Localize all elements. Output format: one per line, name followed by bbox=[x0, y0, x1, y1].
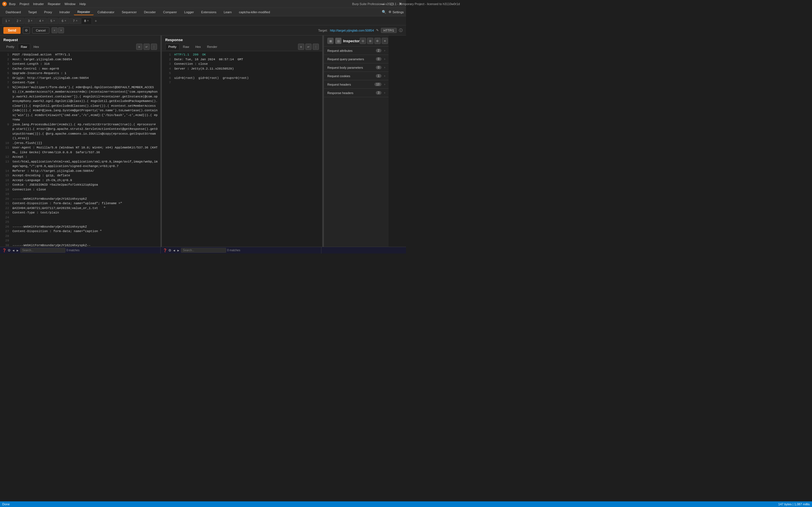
tab-close-7[interactable]: × bbox=[76, 19, 78, 22]
inspector-section-5: Response headers3› bbox=[324, 89, 389, 97]
menu-tab-target[interactable]: Target bbox=[25, 9, 40, 15]
http-version-badge[interactable]: HTTP/1 bbox=[381, 28, 397, 33]
tab-close-6[interactable]: × bbox=[64, 19, 66, 22]
inspector-section-count-5: 3 bbox=[376, 91, 382, 95]
titlebar-menu: BurpProjectIntruderRepeaterWindowHelp bbox=[9, 2, 86, 6]
tab-close-3[interactable]: × bbox=[31, 19, 33, 22]
response-settings-icon[interactable]: ⚙ bbox=[168, 248, 171, 252]
repeater-tab-4[interactable]: 4 × bbox=[36, 18, 47, 24]
response-format-icon[interactable]: ≡ bbox=[298, 44, 304, 50]
request-panel: Request PrettyRawHex ≡ ↵ ⋮ 1POST /doUplo… bbox=[0, 36, 161, 247]
menu-tab-decoder[interactable]: Decoder bbox=[141, 9, 159, 15]
inspector-close-icon[interactable]: ✕ bbox=[382, 38, 388, 44]
inspector-view-icon-1[interactable]: ▦ bbox=[327, 38, 334, 44]
titlebar-menu-burp[interactable]: Burp bbox=[9, 2, 15, 6]
request-format-icon[interactable]: ≡ bbox=[136, 44, 142, 50]
line-content: ------WebKitFormBoundaryQeJY162zAhxyspkZ bbox=[12, 196, 87, 202]
response-help-icon[interactable]: ❓ bbox=[163, 248, 167, 252]
inspector-section-header-1[interactable]: Request query parameters0› bbox=[324, 55, 389, 63]
response-subtab-hex[interactable]: Hex bbox=[193, 44, 204, 50]
request-line: 16Accept-Language : zh-CN,zh;q=0.9 bbox=[0, 178, 160, 183]
inspector-expand-icon[interactable]: ⊞ bbox=[367, 38, 373, 44]
response-search-input[interactable] bbox=[181, 248, 226, 252]
inspector-panel: ▦ ▤ Inspector ⊟ ⊞ ⚙ ✕ Request attributes… bbox=[324, 36, 389, 247]
line-number: 25 bbox=[2, 220, 9, 224]
search-icon[interactable]: 🔍 bbox=[382, 10, 386, 14]
titlebar-menu-window[interactable]: Window bbox=[64, 2, 75, 6]
request-settings-icon[interactable]: ⚙ bbox=[8, 248, 11, 252]
inspector-section-header-2[interactable]: Request body parameters0› bbox=[324, 63, 389, 71]
titlebar-menu-help[interactable]: Help bbox=[80, 2, 86, 6]
request-line: 6Origin: http://target.yijinglab.com:508… bbox=[0, 76, 160, 80]
request-wrap-icon[interactable]: ↵ bbox=[144, 44, 150, 50]
repeater-tab-1[interactable]: 1 × bbox=[2, 18, 13, 24]
tab-close-1[interactable]: × bbox=[8, 19, 10, 22]
menu-tab-proxy[interactable]: Proxy bbox=[41, 9, 55, 15]
inspector-section-header-5[interactable]: Response headers3› bbox=[324, 89, 389, 97]
tab-close-5[interactable]: × bbox=[53, 19, 55, 22]
request-line: 7Content-Type : bbox=[0, 80, 160, 85]
cancel-button[interactable]: Cancel bbox=[32, 27, 49, 34]
response-panel: Response PrettyRawHexRender ≡ ↵ ⋮ 1HTTP/… bbox=[162, 36, 322, 247]
repeater-tab-2[interactable]: 2 × bbox=[13, 18, 24, 24]
menu-tab-extensions[interactable]: Extensions bbox=[198, 9, 220, 15]
menu-tab-sequencer[interactable]: Sequencer bbox=[118, 9, 140, 15]
menu-tab-comparer[interactable]: Comparer bbox=[160, 9, 180, 15]
repeater-tab-7[interactable]: 7 × bbox=[70, 18, 81, 24]
add-tab-button[interactable]: + bbox=[93, 17, 99, 24]
nav-forward-button[interactable]: › bbox=[58, 27, 64, 33]
inspector-section-header-0[interactable]: Request attributes2› bbox=[324, 47, 389, 55]
menu-tab-captcha-killer-modified[interactable]: captcha-killer-modified bbox=[236, 9, 273, 15]
line-content: Host: target.yijinglab.com:50854 bbox=[12, 57, 72, 62]
request-nav-back-icon[interactable]: ◄ bbox=[12, 249, 15, 252]
response-wrap-icon[interactable]: ↵ bbox=[305, 44, 312, 50]
menu-tab-repeater[interactable]: Repeater bbox=[74, 9, 93, 15]
repeater-tab-6[interactable]: 6 × bbox=[59, 18, 69, 24]
request-bottom-bar: ❓ ⚙ ◄ ► 0 matches bbox=[0, 247, 161, 253]
inspector-section-header-4[interactable]: Request headers13› bbox=[324, 80, 389, 89]
line-number: 5 bbox=[164, 71, 171, 76]
repeater-tab-5[interactable]: 5 × bbox=[47, 18, 58, 24]
http-help-icon[interactable]: ⓘ bbox=[399, 28, 403, 33]
target-edit-icon[interactable]: ✎ bbox=[376, 29, 378, 32]
response-more-icon[interactable]: ⋮ bbox=[313, 44, 319, 50]
repeater-tab-3[interactable]: 3 × bbox=[25, 18, 36, 24]
request-subtab-pretty[interactable]: Pretty bbox=[3, 44, 17, 50]
request-more-icon[interactable]: ⋮ bbox=[151, 44, 157, 50]
inspector-section-right-3: 1› bbox=[376, 74, 385, 78]
send-button[interactable]: Send bbox=[3, 27, 20, 34]
toolbar-gear-button[interactable]: ⚙ bbox=[23, 27, 30, 34]
tab-close-2[interactable]: × bbox=[19, 19, 21, 22]
menu-tab-collaborator[interactable]: Collaborator bbox=[94, 9, 118, 15]
menubar: DashboardTargetProxyIntruderRepeaterColl… bbox=[0, 8, 406, 16]
tab-close-4[interactable]: × bbox=[42, 19, 44, 22]
response-nav-forward-icon[interactable]: ► bbox=[177, 249, 180, 252]
inspector-section-header-3[interactable]: Request cookies1› bbox=[324, 72, 389, 80]
repeater-tab-8[interactable]: 8 × bbox=[81, 18, 92, 24]
inspector-settings-icon[interactable]: ⚙ bbox=[374, 38, 380, 44]
request-nav-forward-icon[interactable]: ► bbox=[16, 249, 19, 252]
settings-button[interactable]: ⚙ Settings bbox=[389, 10, 404, 14]
titlebar-menu-project[interactable]: Project bbox=[19, 2, 29, 6]
tab-close-8[interactable]: × bbox=[87, 19, 89, 22]
line-content: Cache-Control : max-age=0 bbox=[12, 66, 59, 71]
request-line: 10.{#ros.flush()}} bbox=[0, 141, 160, 146]
response-subtab-render[interactable]: Render bbox=[204, 44, 220, 50]
request-search-input[interactable] bbox=[20, 248, 65, 252]
request-subtab-hex[interactable]: Hex bbox=[31, 44, 42, 50]
request-subtab-raw[interactable]: Raw bbox=[18, 44, 30, 50]
menu-tab-intruder[interactable]: Intruder bbox=[56, 9, 73, 15]
response-subtab-pretty[interactable]: Pretty bbox=[165, 44, 180, 50]
response-subtab-raw[interactable]: Raw bbox=[180, 44, 192, 50]
inspector-col-icon[interactable]: ⊟ bbox=[360, 38, 366, 44]
titlebar-menu-intruder[interactable]: Intruder bbox=[33, 2, 44, 6]
inspector-view-icon-2[interactable]: ▤ bbox=[335, 38, 342, 44]
menu-tab-logger[interactable]: Logger bbox=[181, 9, 197, 15]
titlebar-menu-repeater[interactable]: Repeater bbox=[48, 2, 60, 6]
menu-tab-dashboard[interactable]: Dashboard bbox=[2, 9, 24, 15]
request-help-icon[interactable]: ❓ bbox=[2, 248, 6, 252]
nav-back-button[interactable]: ‹ bbox=[52, 27, 57, 33]
response-nav-back-icon[interactable]: ◄ bbox=[172, 249, 175, 252]
line-number: 5 bbox=[2, 71, 9, 76]
menu-tab-learn[interactable]: Learn bbox=[220, 9, 235, 15]
